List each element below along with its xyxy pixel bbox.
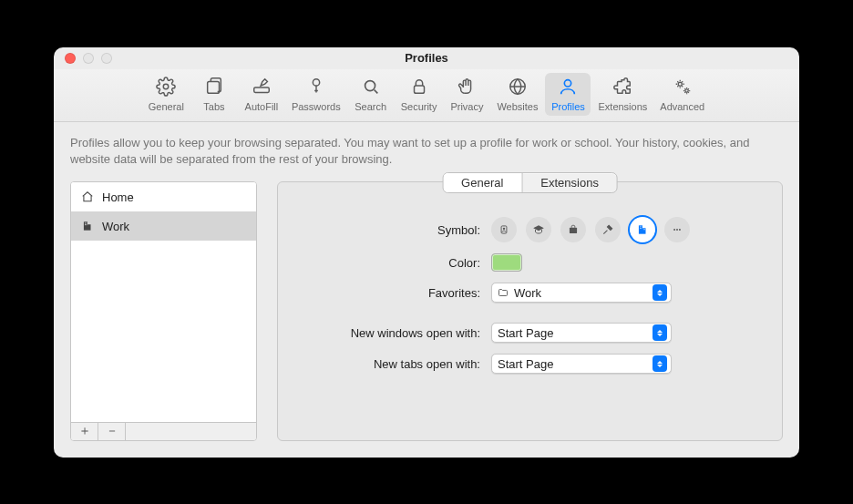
svg-rect-25 [643,230,644,231]
svg-rect-5 [414,86,424,93]
svg-point-29 [679,229,681,231]
svg-rect-21 [640,227,641,228]
close-window-button[interactable] [65,53,76,64]
svg-rect-18 [570,228,577,233]
svg-rect-26 [644,230,645,231]
preferences-toolbar: General Tabs AutoFill Passwords Search S… [54,69,799,122]
toolbar-label: Privacy [450,101,483,112]
key-icon [306,77,326,99]
dropdown-arrows-icon [653,284,667,301]
symbol-label: Symbol: [300,223,491,237]
seg-tab-general[interactable]: General [443,173,522,192]
titlebar: Profiles [54,47,799,69]
toolbar-item-websites[interactable]: Websites [491,73,543,116]
symbol-option-briefcase[interactable] [560,217,586,242]
profiles-sidebar: Home Work ＋ － [70,181,257,440]
sidebar-item-label: Work [102,220,129,233]
color-label: Color: [300,256,491,270]
folder-icon [498,286,510,299]
tabs-icon [204,77,224,99]
sidebar-item-label: Home [102,190,134,204]
svg-rect-1 [208,81,220,93]
symbol-option-graduation[interactable] [526,217,551,242]
new-tabs-label: New tabs open with: [300,357,491,371]
sidebar-item-home[interactable]: Home [71,182,256,211]
svg-point-28 [676,229,678,231]
svg-point-8 [678,82,682,86]
building-icon [80,219,95,233]
toolbar-label: Extensions [598,101,647,112]
toolbar-item-search[interactable]: Search [348,73,394,116]
search-icon [361,77,381,99]
detail-segmented-control: General Extensions [442,172,618,193]
svg-point-27 [673,229,675,231]
globe-icon [508,77,528,99]
profiles-description: Profiles allow you to keep your browsing… [70,135,781,170]
svg-point-4 [365,80,375,90]
toolbar-label: Websites [497,101,538,112]
toolbar-item-passwords[interactable]: Passwords [286,73,346,116]
new-windows-dropdown[interactable]: Start Page [491,323,672,343]
dropdown-value: Start Page [498,357,653,371]
symbol-picker [491,217,690,242]
person-icon [558,77,578,99]
dropdown-arrows-icon [653,324,667,341]
remove-profile-button[interactable]: － [98,423,126,440]
toolbar-item-profiles[interactable]: Profiles [545,73,591,116]
puzzle-icon [612,77,632,99]
new-tabs-dropdown[interactable]: Start Page [491,354,672,374]
svg-point-3 [313,78,319,85]
gear-icon [156,77,176,99]
zoom-window-button[interactable] [101,53,112,64]
symbol-option-more[interactable] [664,217,690,242]
gears-icon [673,77,693,99]
toolbar-label: Advanced [660,101,704,112]
svg-rect-15 [87,224,87,225]
toolbar-item-tabs[interactable]: Tabs [191,73,237,116]
svg-point-9 [685,88,688,91]
color-well[interactable] [491,253,522,272]
dropdown-arrows-icon [653,355,667,372]
svg-rect-20 [642,228,646,233]
toolbar-label: AutoFill [245,101,279,112]
dropdown-value: Start Page [498,326,653,340]
toolbar-item-privacy[interactable]: Privacy [444,73,489,116]
svg-rect-24 [641,228,642,229]
toolbar-item-security[interactable]: Security [396,73,443,116]
pencil-field-icon [252,77,272,99]
toolbar-label: Tabs [203,101,224,112]
favorites-dropdown[interactable]: Work [491,283,672,303]
symbol-option-id-card[interactable] [491,217,517,242]
svg-rect-22 [641,227,642,228]
lock-icon [409,77,429,99]
sidebar-footer: ＋ － [71,422,256,440]
svg-rect-23 [640,228,641,229]
toolbar-label: Security [401,101,437,112]
symbol-option-building[interactable] [630,217,655,242]
profiles-list: Home Work [71,182,256,421]
sidebar-item-work[interactable]: Work [71,211,256,241]
toolbar-label: Profiles [551,101,585,112]
toolbar-item-general[interactable]: General [143,73,190,116]
toolbar-label: Passwords [292,101,341,112]
svg-rect-11 [87,224,91,230]
minimize-window-button[interactable] [83,53,94,64]
add-profile-button[interactable]: ＋ [71,423,98,440]
svg-point-7 [565,79,571,86]
toolbar-item-advanced[interactable]: Advanced [654,73,710,116]
toolbar-item-extensions[interactable]: Extensions [592,73,653,116]
seg-tab-extensions[interactable]: Extensions [522,173,617,192]
settings-window: Profiles General Tabs AutoFill Passwords… [54,47,799,458]
home-icon [80,190,95,204]
hand-icon [457,77,477,99]
toolbar-item-autofill[interactable]: AutoFill [239,73,284,116]
new-windows-label: New windows open with: [300,326,491,340]
profile-detail-panel: General Extensions Symbol: [277,181,783,440]
traffic-lights [65,53,112,64]
profile-form: Symbol: Color: [300,217,760,374]
svg-rect-12 [85,223,86,224]
window-title: Profiles [65,51,788,65]
toolbar-label: Search [355,101,386,112]
dropdown-value: Work [514,286,653,300]
symbol-option-hammer[interactable] [595,217,621,242]
